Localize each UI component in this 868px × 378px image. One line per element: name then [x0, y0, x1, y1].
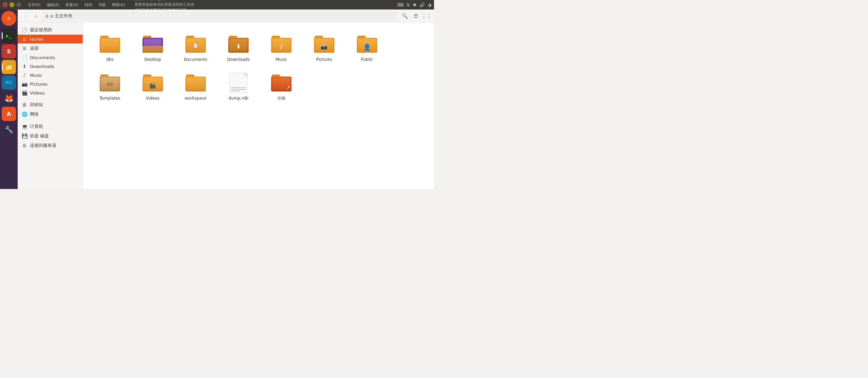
sidebar-label-computer: 计算机	[30, 123, 43, 130]
template-icon: Aa	[107, 81, 113, 87]
file-label-dumprdb: dump.rdb	[229, 96, 248, 101]
file-item-public[interactable]: 👤 Public	[348, 31, 386, 65]
dock-item-settings[interactable]: 🔧	[2, 122, 16, 137]
sidebar-label-videos: Videos	[30, 90, 45, 96]
power-icon: ◑	[428, 2, 431, 7]
forward-button[interactable]: ›	[31, 11, 41, 21]
folder-icon-templates: Aa	[99, 72, 121, 94]
computer-icon: 💻	[22, 124, 27, 129]
document-icon	[229, 73, 248, 93]
list-view-button[interactable]: ☰	[411, 11, 420, 21]
back-button[interactable]: ‹	[20, 11, 30, 21]
floppy-icon: 💾	[22, 133, 27, 139]
sidebar-label-pictures: Pictures	[30, 82, 47, 87]
file-manager: ‹ › ⌂ ⌂ 主文件夹 🔍 ☰ ⋮⋮ 🕐 最近使用的 ⌂	[18, 10, 434, 189]
bluetooth-icon: ✱	[413, 2, 417, 7]
menu-edit[interactable]: 编辑(E)	[44, 2, 62, 8]
sidebar-item-recent[interactable]: 🕐 最近使用的	[18, 25, 83, 35]
file-item-dumprdb[interactable]: dump.rdb	[220, 69, 257, 104]
doc-file-icon	[228, 72, 249, 94]
content-area: 🕐 最近使用的 ⌂ Home 🖥 桌面 📄 Documents ⬇ D	[18, 22, 434, 189]
folder-icon-workspace	[185, 72, 206, 94]
maximize-button[interactable]	[16, 2, 21, 7]
music-note-icon: ♪	[279, 43, 283, 50]
connect-icon: 🖥	[22, 143, 27, 148]
file-item-music[interactable]: ♪ Music	[263, 31, 300, 65]
file-item-videos[interactable]: 🎬 Videos	[134, 69, 171, 104]
video-icon: 🎬	[149, 82, 156, 89]
file-label-desktop: Desktop	[144, 57, 161, 63]
file-label-dbs: dbs	[106, 57, 114, 63]
sidebar-label-downloads: Downloads	[30, 64, 54, 69]
dock-item-ide[interactable]: PC	[2, 75, 16, 90]
search-button[interactable]: 🔍	[400, 11, 410, 21]
folder-icon-example: ↗	[270, 72, 292, 94]
sidebar-item-music[interactable]: ♪ Music	[18, 71, 83, 80]
sidebar-item-computer[interactable]: 💻 计算机	[18, 122, 83, 131]
pictures-icon: 📷	[22, 81, 27, 87]
file-item-templates[interactable]: Aa Templates	[91, 69, 129, 104]
file-label-templates: Templates	[99, 96, 120, 101]
file-label-documents: Documents	[184, 57, 207, 63]
doc-line-2	[231, 89, 246, 90]
minimize-button[interactable]: −	[10, 2, 14, 7]
sidebar-label-music: Music	[30, 73, 43, 78]
file-label-pictures: Pictures	[316, 57, 332, 63]
location-text: ⌂ 主文件夹	[50, 13, 72, 19]
network-icon: 🌐	[22, 111, 27, 117]
close-button[interactable]: ×	[3, 2, 7, 7]
dock-item-texteditor[interactable]: S	[2, 44, 16, 58]
keyboard-icon: ⌨	[397, 2, 404, 7]
dock-item-terminal[interactable]: ▶_	[2, 29, 16, 43]
sidebar-item-downloads[interactable]: ⬇ Downloads	[18, 62, 83, 71]
menu-help[interactable]: 帮助(H)	[109, 2, 128, 8]
window-controls: × −	[3, 2, 21, 7]
file-item-dbs[interactable]: dbs	[91, 31, 129, 65]
dock-item-appstore[interactable]: A	[2, 107, 16, 121]
folder-icon-public: 👤	[356, 33, 378, 55]
dock-item-filemanager[interactable]: 📁	[2, 60, 16, 74]
menu-bookmarks[interactable]: 书签	[96, 2, 108, 8]
file-item-pictures[interactable]: 📷 Pictures	[305, 31, 343, 65]
file-item-documents[interactable]: 📋 Documents	[177, 31, 214, 65]
file-item-example[interactable]: ↗ 示例	[263, 69, 300, 104]
documents-icon: 📄	[22, 55, 27, 60]
sidebar-item-home[interactable]: ⌂ Home	[18, 35, 83, 44]
file-label-music: Music	[276, 57, 287, 63]
menu-items: 文件(F) 编辑(E) 查看(V) 转到 书签 帮助(H)	[25, 2, 128, 8]
sidebar-item-floppy[interactable]: 💾 软盘 磁盘	[18, 131, 83, 141]
folder-icon-desktop	[142, 33, 164, 55]
sidebar-item-connect[interactable]: 🖥 连接到服务器	[18, 141, 83, 150]
home-nav-icon: ⌂	[22, 36, 27, 42]
location-bar[interactable]: ⌂ ⌂ 主文件夹	[42, 12, 397, 20]
file-item-desktop[interactable]: Desktop	[134, 31, 171, 65]
file-label-videos: Videos	[146, 96, 160, 101]
sync-icon: ⇅	[406, 2, 410, 7]
folder-icon-downloads: ⬇	[228, 33, 249, 55]
folder-icon-videos: 🎬	[142, 72, 164, 94]
file-item-workspace[interactable]: workspace	[177, 69, 214, 104]
sidebar-item-network[interactable]: 🌐 网络	[18, 109, 83, 119]
sidebar-label-recent: 最近使用的	[30, 27, 52, 33]
sidebar-item-videos[interactable]: 🎬 Videos	[18, 88, 83, 97]
sidebar-label-trash: 回收站	[30, 102, 43, 108]
menu-view[interactable]: 查看(V)	[63, 2, 81, 8]
menu-bar: × − 文件(F) 编辑(E) 查看(V) 转到 书签 帮助(H) 激活一个窗口…	[0, 0, 434, 10]
volume-icon: 🔊	[419, 2, 425, 7]
doc-line-1	[231, 87, 246, 88]
menu-goto[interactable]: 转到	[82, 2, 95, 8]
folder-icon-documents: 📋	[185, 33, 206, 55]
sidebar-item-documents[interactable]: 📄 Documents	[18, 53, 83, 62]
music-icon: ♪	[22, 72, 27, 78]
dock-item-ubuntu[interactable]	[1, 11, 16, 26]
sidebar-item-trash[interactable]: 🗑 回收站	[18, 100, 83, 109]
file-item-downloads[interactable]: ⬇ Downloads	[220, 31, 257, 65]
doc-lines	[231, 87, 246, 91]
sidebar-item-desktop[interactable]: 🖥 桌面	[18, 44, 83, 53]
toolbar: ‹ › ⌂ ⌂ 主文件夹 🔍 ☰ ⋮⋮	[18, 10, 434, 22]
dock-item-browser[interactable]: 🦊	[2, 91, 16, 105]
grid-view-button[interactable]: ⋮⋮	[422, 11, 431, 21]
camera-icon: 📷	[321, 44, 328, 50]
sidebar-item-pictures[interactable]: 📷 Pictures	[18, 80, 83, 88]
menu-file[interactable]: 文件(F)	[25, 2, 43, 8]
